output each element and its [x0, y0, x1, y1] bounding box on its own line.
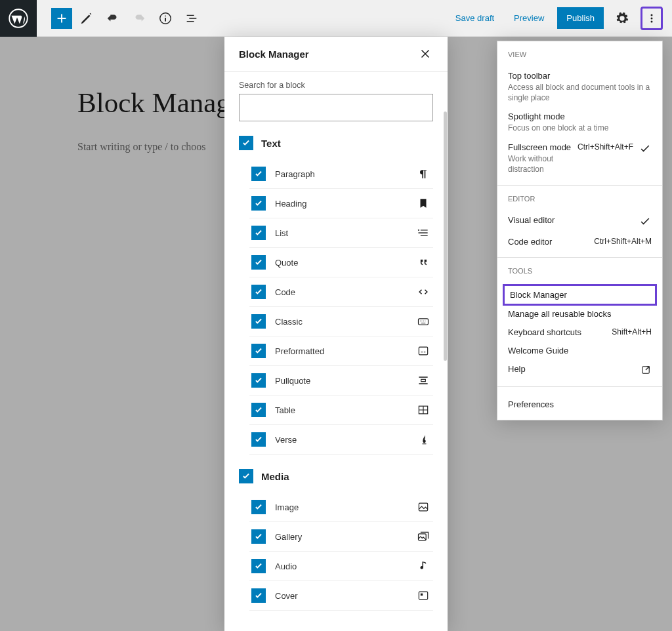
block-item[interactable]: Table [249, 396, 433, 425]
menu-item[interactable]: Block Manager [503, 284, 657, 306]
svg-rect-8 [419, 319, 429, 325]
block-checkbox[interactable] [251, 314, 266, 329]
block-item[interactable]: Classic [249, 307, 433, 336]
redo-icon[interactable] [127, 7, 151, 30]
close-button[interactable] [417, 46, 433, 62]
add-block-button[interactable] [51, 8, 72, 29]
block-checkbox[interactable] [251, 167, 266, 181]
menu-item-title: Fullscreen mode [508, 142, 572, 152]
block-label: Cover [275, 591, 406, 601]
menu-shortcut: Shift+Alt+H [612, 327, 652, 336]
toolbar-right: Save draft Preview Publish [449, 7, 672, 30]
scrollbar[interactable] [444, 112, 447, 361]
menu-item-title: Welcome Guide [508, 346, 652, 356]
block-manager-modal: Block Manager Search for a block TextPar… [224, 37, 448, 631]
wordpress-logo[interactable] [0, 0, 37, 37]
block-checkbox[interactable] [251, 344, 266, 358]
block-label: Code [275, 287, 406, 297]
top-toolbar: Save draft Preview Publish [0, 0, 672, 37]
undo-icon[interactable] [101, 7, 125, 30]
publish-button[interactable]: Publish [557, 7, 604, 29]
category-checkbox[interactable] [239, 136, 253, 150]
menu-item[interactable]: Visual editor [508, 212, 652, 234]
block-checkbox[interactable] [251, 529, 266, 544]
menu-item-title: Visual editor [508, 215, 633, 225]
block-item[interactable]: Preformatted [249, 336, 433, 366]
block-item[interactable]: Paragraph [249, 159, 433, 189]
block-item[interactable]: Verse [249, 425, 433, 455]
code-icon [415, 284, 431, 300]
preview-button[interactable]: Preview [507, 11, 551, 25]
list-icon [415, 225, 431, 241]
outline-icon[interactable] [180, 7, 203, 30]
menu-item-title: Spotlight mode [508, 112, 652, 121]
block-item[interactable]: Cover [249, 581, 433, 611]
menu-item[interactable]: Spotlight modeFocus on one block at a ti… [508, 108, 652, 138]
menu-item-desc: Access all block and document tools in a… [508, 82, 652, 103]
menu-shortcut: Ctrl+Shift+Alt+M [594, 237, 652, 246]
block-checkbox[interactable] [251, 559, 266, 573]
category-title: Media [261, 471, 289, 482]
block-item[interactable]: Quote [249, 248, 433, 277]
block-label: Classic [275, 317, 406, 327]
block-checkbox[interactable] [251, 226, 266, 240]
svg-point-5 [651, 17, 653, 19]
block-label: Verse [275, 435, 406, 445]
svg-rect-9 [419, 347, 427, 355]
block-checkbox[interactable] [251, 373, 266, 388]
block-item[interactable]: List [249, 218, 433, 248]
menu-item-title: Manage all reusable blocks [508, 309, 652, 319]
block-checkbox[interactable] [251, 588, 266, 603]
block-label: List [275, 228, 406, 238]
block-checkbox[interactable] [251, 432, 266, 447]
quote-icon [415, 254, 431, 270]
info-icon[interactable] [154, 7, 177, 30]
category-checkbox[interactable] [239, 469, 253, 483]
block-label: Quote [275, 258, 406, 268]
svg-rect-15 [421, 594, 423, 596]
block-item[interactable]: Gallery [249, 522, 433, 552]
settings-icon[interactable] [610, 7, 634, 30]
block-checkbox[interactable] [251, 255, 266, 270]
block-checkbox[interactable] [251, 196, 266, 211]
modal-title: Block Manager [239, 49, 309, 60]
block-item[interactable]: Code [249, 277, 433, 307]
menu-shortcut: Ctrl+Shift+Alt+F [578, 142, 633, 152]
menu-item[interactable]: Manage all reusable blocks [508, 306, 652, 324]
block-item[interactable]: Audio [249, 552, 433, 581]
svg-point-2 [165, 15, 166, 16]
gallery-icon [415, 529, 431, 544]
menu-item[interactable]: Keyboard shortcutsShift+Alt+H [508, 324, 652, 342]
block-checkbox[interactable] [251, 285, 266, 299]
svg-point-7 [418, 230, 419, 231]
block-item[interactable]: Pullquote [249, 366, 433, 396]
block-item[interactable]: Image [249, 493, 433, 522]
menu-item[interactable]: Top toolbarAccess all block and document… [508, 68, 652, 108]
block-label: Table [275, 405, 406, 415]
menu-item-title: Keyboard shortcuts [508, 327, 606, 337]
block-checkbox[interactable] [251, 403, 266, 417]
category-title: Text [261, 138, 281, 149]
more-options-button[interactable] [640, 7, 663, 30]
check-icon [639, 142, 652, 155]
block-checkbox[interactable] [251, 500, 266, 514]
svg-point-6 [651, 20, 653, 22]
svg-point-4 [651, 14, 653, 16]
menu-item-title: Top toolbar [508, 71, 652, 81]
menu-item[interactable]: Preferences [508, 396, 652, 415]
block-label: Image [275, 502, 406, 512]
menu-item[interactable]: Welcome Guide [508, 342, 652, 361]
toolbar-left [37, 7, 203, 30]
menu-item[interactable]: Code editorCtrl+Shift+Alt+M [508, 234, 652, 252]
search-input[interactable] [239, 94, 433, 121]
menu-item[interactable]: Fullscreen modeWork without distractionC… [508, 139, 652, 180]
save-draft-button[interactable]: Save draft [449, 11, 501, 25]
menu-item-title: Preferences [508, 399, 652, 409]
bookmark-icon [415, 195, 431, 211]
editor-body: Block Manag Start writing or type / to c… [0, 37, 672, 631]
keyboard-icon [415, 314, 431, 329]
audio-icon [415, 558, 431, 574]
block-item[interactable]: Heading [249, 189, 433, 218]
menu-item[interactable]: Help [508, 361, 652, 381]
edit-icon[interactable] [75, 7, 98, 30]
